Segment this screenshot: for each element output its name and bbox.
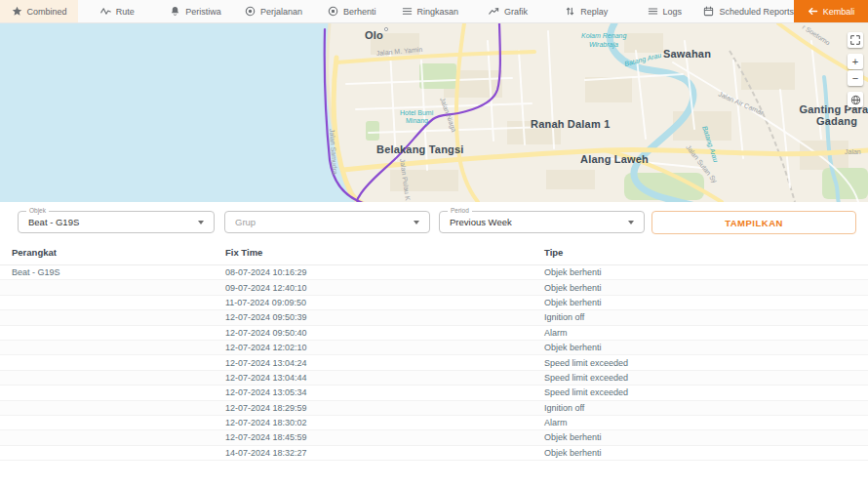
zoom-out-button[interactable]: − bbox=[848, 70, 863, 86]
list-icon bbox=[402, 6, 413, 17]
back-arrow-icon bbox=[808, 6, 818, 17]
cell-fix-time: 14-07-2024 18:32:27 bbox=[225, 448, 544, 458]
tab-scheduled-reports[interactable]: Scheduled Reports bbox=[703, 0, 794, 22]
table-row[interactable]: 12-07-2024 09:50:39Ignition off bbox=[0, 310, 868, 325]
column-perangkat: Perangkat bbox=[12, 247, 225, 258]
label-hotel-line1: Hotel Bumi bbox=[400, 109, 434, 116]
cell-tipe: Objek berhenti bbox=[544, 448, 868, 458]
label-belakang-tangsi: Belakang Tangsi bbox=[376, 143, 464, 155]
table-row[interactable]: 09-07-2024 12:40:10Objek berhenti bbox=[0, 280, 868, 295]
play-circle-icon bbox=[245, 6, 256, 17]
table-row[interactable]: 12-07-2024 09:50:40Alarm bbox=[0, 326, 868, 341]
menu-icon bbox=[648, 6, 658, 17]
tab-perjalanan[interactable]: Perjalanan bbox=[234, 0, 312, 22]
column-tipe: Tipe bbox=[544, 247, 868, 258]
tab-combined[interactable]: Combined bbox=[0, 0, 78, 22]
tab-ringkasan[interactable]: Ringkasan bbox=[391, 0, 469, 22]
cell-tipe: Objek berhenti bbox=[544, 343, 868, 352]
table-row[interactable]: 12-07-2024 18:30:02Alarm bbox=[0, 416, 868, 430]
trend-icon bbox=[489, 6, 499, 17]
cell-tipe: Alarm bbox=[544, 328, 868, 338]
label-hotel-line2: Minang bbox=[406, 117, 428, 125]
table-row[interactable]: 12-07-2024 13:05:34Speed limit exceeded bbox=[0, 386, 868, 400]
column-fix-time: Fix Time bbox=[225, 247, 544, 258]
label-sawahan: Sawahan bbox=[663, 48, 711, 60]
filter-bar: Objek Beat - G19S Grup Period Previous W… bbox=[0, 202, 868, 239]
table-row[interactable]: 12-07-2024 13:04:24Speed limit exceeded bbox=[0, 355, 868, 370]
tab-label: Perjalanan bbox=[260, 7, 302, 17]
table-row[interactable]: 12-07-2024 12:02:10Objek berhenti bbox=[0, 341, 868, 355]
tab-peristiwa[interactable]: Peristiwa bbox=[156, 0, 234, 22]
table-row[interactable]: 12-07-2024 18:45:59Objek berhenti bbox=[0, 430, 868, 445]
tab-replay[interactable]: Replay bbox=[547, 0, 625, 22]
bell-icon bbox=[170, 6, 180, 17]
cell-tipe: Speed limit exceeded bbox=[544, 387, 868, 397]
label-alang-laweh: Alang Laweh bbox=[580, 153, 649, 165]
fullscreen-button[interactable] bbox=[848, 32, 863, 48]
zoom-in-button[interactable]: + bbox=[848, 54, 863, 69]
cell-fix-time: 09-07-2024 12:40:10 bbox=[225, 283, 544, 293]
chevron-down-icon bbox=[628, 221, 634, 224]
tab-label: Grafik bbox=[504, 7, 528, 17]
map-basemap: Olo Sawahan Ranah Dalam 1 Belakang Tangs… bbox=[0, 23, 868, 202]
tab-label: Ringkasan bbox=[417, 7, 459, 17]
map-canvas[interactable]: Olo Sawahan Ranah Dalam 1 Belakang Tangs… bbox=[0, 23, 868, 202]
tampilkan-button[interactable]: TAMPILKAN bbox=[651, 211, 856, 234]
chevron-down-icon bbox=[198, 221, 204, 224]
cell-fix-time: 12-07-2024 18:30:02 bbox=[225, 418, 544, 427]
label-ranah-dalam: Ranah Dalam 1 bbox=[531, 118, 610, 130]
table-row[interactable]: 12-07-2024 18:29:59Ignition off bbox=[0, 401, 868, 416]
label-kolam-line2: Wirabraja bbox=[589, 41, 618, 49]
events-table: Perangkat Fix Time Tipe Beat - G19S08-07… bbox=[0, 239, 868, 461]
tab-label: Combined bbox=[27, 7, 67, 17]
label-jalan-right: Jalan bbox=[845, 148, 861, 155]
back-button-label: Kembali bbox=[823, 7, 855, 17]
objek-select-label: Objek bbox=[26, 207, 49, 214]
table-header: Perangkat Fix Time Tipe bbox=[0, 239, 868, 265]
label-ganting-line2: Gadang bbox=[816, 115, 857, 127]
activity-icon bbox=[100, 6, 111, 17]
tab-label: Peristiwa bbox=[185, 7, 221, 17]
map-layers-button[interactable] bbox=[848, 92, 863, 107]
tab-bar: Combined Rute Peristiwa Perjalanan Berhe… bbox=[0, 0, 868, 23]
globe-icon bbox=[850, 95, 861, 105]
objek-select[interactable]: Objek Beat - G19S bbox=[18, 211, 215, 233]
cell-fix-time: 12-07-2024 13:05:34 bbox=[225, 387, 544, 397]
tab-label: Scheduled Reports bbox=[719, 7, 794, 17]
olo-marker-dot bbox=[384, 27, 387, 30]
period-select-label: Period bbox=[448, 207, 472, 214]
grup-select[interactable]: Grup bbox=[224, 211, 430, 233]
table-row[interactable]: Beat - G19S08-07-2024 10:16:29Objek berh… bbox=[0, 265, 868, 280]
star-icon bbox=[12, 6, 22, 17]
tab-logs[interactable]: Logs bbox=[625, 0, 703, 22]
tab-rute[interactable]: Rute bbox=[78, 0, 156, 22]
tab-grafik[interactable]: Grafik bbox=[469, 0, 547, 22]
cell-fix-time: 12-07-2024 12:02:10 bbox=[225, 343, 544, 352]
sort-arrows-icon bbox=[565, 6, 575, 17]
cell-tipe: Objek berhenti bbox=[544, 283, 868, 293]
back-button[interactable]: Kembali bbox=[794, 0, 868, 22]
cell-fix-time: 12-07-2024 13:04:24 bbox=[225, 358, 544, 368]
app-window: Combined Rute Peristiwa Perjalanan Berhe… bbox=[0, 0, 868, 488]
period-select[interactable]: Period Previous Week bbox=[439, 211, 645, 233]
cell-fix-time: 08-07-2024 10:16:29 bbox=[225, 267, 544, 277]
tab-label: Berhenti bbox=[343, 7, 376, 17]
cell-tipe: Objek berhenti bbox=[544, 432, 868, 442]
cell-fix-time: 12-07-2024 09:50:39 bbox=[225, 312, 544, 322]
table-row[interactable]: 12-07-2024 13:04:44Speed limit exceeded bbox=[0, 371, 868, 386]
tab-berhenti[interactable]: Berhenti bbox=[313, 0, 391, 22]
cell-tipe: Speed limit exceeded bbox=[544, 358, 868, 368]
chevron-down-icon bbox=[414, 221, 419, 224]
table-row[interactable]: 14-07-2024 18:32:27Objek berhenti bbox=[0, 446, 868, 461]
period-select-value: Previous Week bbox=[450, 217, 628, 227]
label-olo: Olo bbox=[365, 29, 383, 41]
tab-label: Rute bbox=[116, 7, 135, 17]
cell-tipe: Ignition off bbox=[544, 312, 868, 322]
cell-fix-time: 11-07-2024 09:09:50 bbox=[225, 298, 544, 307]
cell-tipe: Speed limit exceeded bbox=[544, 373, 868, 383]
stop-circle-icon bbox=[328, 6, 338, 17]
table-row[interactable]: 11-07-2024 09:09:50Objek berhenti bbox=[0, 296, 868, 310]
cell-fix-time: 12-07-2024 13:04:44 bbox=[225, 373, 544, 383]
objek-select-value: Beat - G19S bbox=[28, 217, 198, 227]
table-body: Beat - G19S08-07-2024 10:16:29Objek berh… bbox=[0, 265, 868, 461]
